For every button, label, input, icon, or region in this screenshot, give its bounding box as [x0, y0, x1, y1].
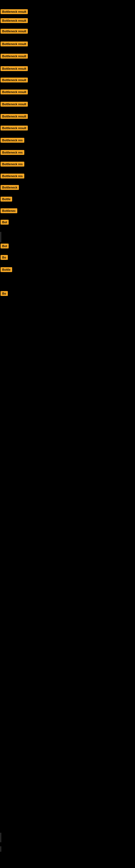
bottleneck-badge-row: Bottleneck result — [1, 29, 28, 34]
bottleneck-badge-row: Bottleneck result — [1, 18, 28, 23]
bottleneck-badge: Bo — [1, 291, 8, 296]
bottleneck-badge: Bottleneck result — [1, 78, 28, 83]
bottleneck-badge-row: Bottleneck res — [1, 150, 24, 155]
bottleneck-badge-row: Bottleneck res — [1, 174, 24, 179]
vertical-line — [1, 833, 1, 842]
bottleneck-badge: Bottleneck res — [1, 162, 24, 166]
bottleneck-badge: Bottleneck result — [1, 41, 28, 46]
bottleneck-badge-row: Bottleneck result — [1, 102, 28, 106]
bottleneck-badge: Bottleneck res — [1, 138, 24, 143]
bottleneck-badge: Bottleneck result — [1, 126, 28, 130]
bottleneck-badge: Bottleneck result — [1, 54, 28, 59]
bottleneck-badge-row: Bottle — [1, 267, 12, 272]
bottleneck-badge: Bottleneck res — [1, 174, 24, 179]
bottleneck-badge-row: Bottleneck result — [1, 41, 28, 46]
bottleneck-badge: Bottleneck res — [1, 150, 24, 155]
bottleneck-badge-row: Bottle — [1, 197, 12, 202]
bottleneck-badge-row: Bottleneck result — [1, 126, 28, 130]
bottleneck-badge-row: Bottleneck res — [1, 162, 24, 166]
bottleneck-badge: Bottle — [1, 197, 12, 202]
bottleneck-badge-row: Bot — [1, 244, 9, 248]
bottleneck-badge-row: Bottleneck result — [1, 90, 28, 94]
bottleneck-badge: Bottlenec — [1, 208, 17, 213]
bottleneck-badge: Bottleneck result — [1, 18, 28, 23]
bottleneck-badge-row: Bot — [1, 220, 9, 225]
bottleneck-badge-row: Bottleneck result — [1, 78, 28, 83]
bottleneck-badge-row: Bottleneck result — [1, 114, 28, 119]
bottleneck-badge: Bot — [1, 244, 9, 248]
vertical-line — [1, 846, 1, 852]
bottleneck-badge: Bottleneck result — [1, 9, 28, 14]
bottleneck-badge-row: Bo — [1, 291, 8, 296]
bottleneck-badge-row: Bottleneck res — [1, 138, 24, 143]
bottleneck-badge: Bo — [1, 255, 8, 260]
bottleneck-badge-row: Bo — [1, 255, 8, 260]
bottleneck-badge-row: Bottleneck — [1, 185, 19, 190]
bottleneck-badge: Bottleneck result — [1, 66, 28, 71]
bottleneck-badge: Bottle — [1, 267, 12, 272]
bottleneck-badge: Bottleneck result — [1, 90, 28, 94]
bottleneck-badge: Bottleneck result — [1, 29, 28, 34]
bottleneck-badge-row: Bottlenec — [1, 208, 17, 213]
bottleneck-badge: Bottleneck result — [1, 102, 28, 106]
bottleneck-badge: Bot — [1, 220, 9, 225]
site-title — [0, 0, 135, 3]
vertical-line — [1, 232, 1, 242]
bottleneck-badge-row: Bottleneck result — [1, 66, 28, 71]
bottleneck-badge: Bottleneck — [1, 185, 19, 190]
bottleneck-badge-row: Bottleneck result — [1, 54, 28, 59]
bottleneck-badge: Bottleneck result — [1, 114, 28, 119]
bottleneck-badge-row: Bottleneck result — [1, 9, 28, 14]
